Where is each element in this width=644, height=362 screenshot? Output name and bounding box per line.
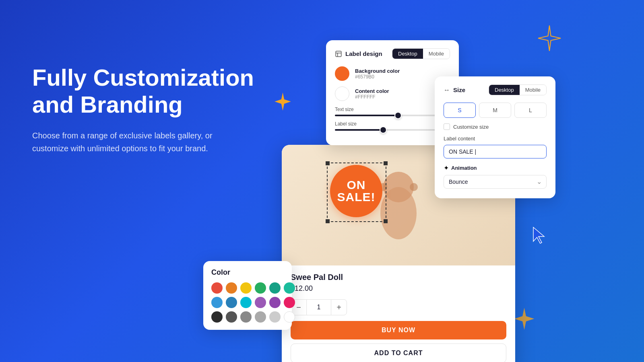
add-to-cart-button[interactable]: ADD TO CART <box>291 343 506 362</box>
size-icon: ↔ <box>444 86 450 94</box>
content-color-row: Content color #FFFFFF <box>335 86 450 101</box>
size-tab-desktop[interactable]: Desktop <box>489 85 520 95</box>
sale-badge-line2: SALE! <box>337 191 376 203</box>
color-dot[interactable] <box>255 282 266 294</box>
quantity-row: − 1 + <box>291 299 506 315</box>
label-content-input[interactable] <box>444 145 547 158</box>
color-panel: Color <box>203 261 292 330</box>
color-dot[interactable] <box>211 282 223 294</box>
animation-select[interactable]: None Bounce Pulse Shake Spin <box>444 175 547 189</box>
color-dot[interactable] <box>255 297 266 308</box>
color-dot[interactable] <box>269 282 281 294</box>
color-dot[interactable] <box>240 297 252 308</box>
content-color-hex: #FFFFFF <box>355 94 389 100</box>
svg-rect-0 <box>336 51 341 57</box>
color-dot[interactable] <box>269 297 281 308</box>
size-buttons-group: S M L <box>444 103 547 118</box>
content-color-label: Content color <box>355 88 389 94</box>
background-color-hex: #6579B0 <box>355 74 400 80</box>
size-panel: ↔ Size Desktop Mobile S M L Customize si… <box>435 76 555 198</box>
color-dots-grid <box>211 282 284 323</box>
color-dot[interactable] <box>211 297 223 308</box>
cursor-icon <box>531 225 547 245</box>
svg-point-4 <box>383 172 414 202</box>
product-info: Swee Pal Doll $12.00 − 1 + BUY NOW ADD T… <box>282 265 515 362</box>
color-dot[interactable] <box>226 282 237 294</box>
sale-badge-line1: ON <box>347 179 366 191</box>
color-dot[interactable] <box>284 297 295 308</box>
size-panel-title: Size <box>453 86 465 93</box>
background-color-row: Background color #6579B0 <box>335 66 450 81</box>
color-dot[interactable] <box>240 311 252 323</box>
size-panel-header: ↔ Size Desktop Mobile <box>444 84 547 95</box>
color-dot[interactable] <box>226 297 237 308</box>
size-btn-m[interactable]: M <box>479 103 511 118</box>
size-btn-s[interactable]: S <box>444 103 476 118</box>
color-dot[interactable] <box>211 311 223 323</box>
quantity-display: 1 <box>307 299 331 315</box>
star-outline-decoration <box>535 24 564 52</box>
size-btn-l[interactable]: L <box>514 103 547 118</box>
color-dot[interactable] <box>226 311 237 323</box>
label-design-tabs[interactable]: Desktop Mobile <box>392 48 450 59</box>
panel-header: Label design Desktop Mobile <box>335 48 450 59</box>
background-color-swatch[interactable] <box>335 66 349 81</box>
product-name: Swee Pal Doll <box>291 273 506 282</box>
label-size-label: Label size <box>335 121 450 127</box>
hero-content: Fully Customization and Branding Choose … <box>32 64 274 155</box>
label-size-row: Label size <box>335 121 450 131</box>
animation-row: ✦ Animation <box>444 164 547 172</box>
color-dot[interactable] <box>284 311 295 323</box>
tab-mobile[interactable]: Mobile <box>423 49 450 59</box>
tab-desktop[interactable]: Desktop <box>392 49 423 59</box>
label-size-track[interactable] <box>335 129 450 131</box>
subtitle-text: Choose from a range of exclusive labels … <box>32 129 233 155</box>
svg-point-6 <box>410 183 418 191</box>
product-price: $12.00 <box>291 284 506 293</box>
color-panel-title: Color <box>211 268 284 277</box>
main-title: Fully Customization and Branding <box>32 64 274 118</box>
content-color-swatch[interactable] <box>335 86 349 101</box>
panel-title-row: Label design <box>335 50 382 58</box>
color-dot[interactable] <box>284 282 295 294</box>
color-dot[interactable] <box>255 311 266 323</box>
color-dot[interactable] <box>269 311 281 323</box>
label-design-title: Label design <box>345 50 382 57</box>
star-solid-decoration-right <box>513 308 535 330</box>
text-size-label: Text size <box>335 107 450 112</box>
animation-title: Animation <box>451 165 477 171</box>
star-solid-decoration-left <box>274 93 292 111</box>
size-title-row: ↔ Size <box>444 86 465 94</box>
customize-size-label: Customize size <box>453 124 489 130</box>
text-size-row: Text size <box>335 107 450 116</box>
animation-icon: ✦ <box>444 164 449 172</box>
size-tab-mobile[interactable]: Mobile <box>520 85 546 95</box>
quantity-increase-button[interactable]: + <box>331 299 347 315</box>
customize-size-row: Customize size <box>444 123 547 130</box>
background-color-label: Background color <box>355 68 400 74</box>
handle-bl <box>326 219 330 223</box>
handle-tl <box>326 161 330 165</box>
sale-badge: ON SALE! <box>330 165 382 217</box>
color-dot[interactable] <box>240 282 252 294</box>
customize-size-checkbox[interactable] <box>444 123 450 130</box>
label-icon <box>335 50 342 58</box>
label-content-title: Label content <box>444 136 547 142</box>
text-size-track[interactable] <box>335 115 450 116</box>
size-tabs[interactable]: Desktop Mobile <box>489 84 547 95</box>
buy-now-button[interactable]: BUY NOW <box>291 321 506 339</box>
animation-select-wrapper: None Bounce Pulse Shake Spin <box>444 175 547 189</box>
